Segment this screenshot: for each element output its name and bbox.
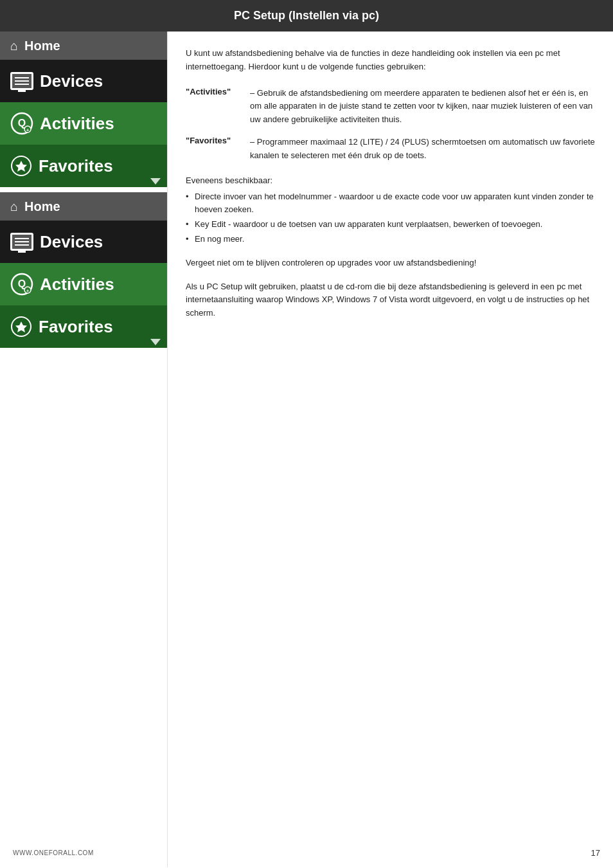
devices-icon-line bbox=[15, 77, 29, 78]
also-available-section: Eveneens beschikbaar: Directe invoer van… bbox=[186, 176, 595, 246]
favorites-icon-2 bbox=[10, 316, 32, 338]
definition-favorites: "Favorites" – Programmeer maximaal 12 (L… bbox=[186, 136, 595, 163]
content-intro: U kunt uw afstandsbediening behalve via … bbox=[186, 47, 595, 74]
definition-activities: "Activities" – Gebruik de afstandsbedien… bbox=[186, 87, 595, 127]
svg-text:Q: Q bbox=[18, 118, 26, 129]
devices-icon-lines bbox=[15, 77, 29, 85]
footer-page-number: 17 bbox=[591, 848, 600, 858]
devices-icon-lines-2 bbox=[15, 238, 29, 246]
svg-text:Q: Q bbox=[18, 278, 26, 289]
def-term-favorites: "Favorites" bbox=[186, 136, 250, 145]
sidebar-home-label-2: Home bbox=[24, 199, 60, 214]
list-item: Key Edit - waardoor u de toetsen van uw … bbox=[186, 218, 595, 231]
svg-text:+: + bbox=[26, 288, 30, 294]
sidebar: ⌂ Home Devices Q bbox=[0, 32, 167, 867]
page-footer: WWW.ONEFORALL.COM 17 bbox=[13, 848, 600, 858]
def-desc-favorites: – Programmeer maximaal 12 (LITE) / 24 (P… bbox=[250, 136, 595, 163]
sidebar-item-activities-2[interactable]: Q + Activities bbox=[0, 263, 167, 305]
sidebar-item-devices-1[interactable]: Devices bbox=[0, 60, 167, 102]
devices-icon-line-2 bbox=[15, 238, 29, 239]
scroll-down-arrow-1 bbox=[150, 178, 161, 185]
also-available-title: Eveneens beschikbaar: bbox=[186, 176, 595, 185]
sidebar-favorites-label-1: Favorites bbox=[39, 156, 113, 176]
main-content: U kunt uw afstandsbediening behalve via … bbox=[167, 32, 613, 867]
list-item: Directe invoer van het modelnummer - waa… bbox=[186, 190, 595, 217]
activities-icon: Q + bbox=[10, 112, 33, 135]
pc-setup-note: Als u PC Setup wilt gebruiken, plaatst u… bbox=[186, 280, 595, 320]
bullet-list: Directe invoer van het modelnummer - waa… bbox=[186, 190, 595, 246]
sidebar-activities-label-1: Activities bbox=[40, 114, 114, 134]
svg-text:+: + bbox=[26, 127, 30, 133]
page-header: PC Setup (Instellen via pc) bbox=[0, 0, 613, 32]
home-icon: ⌂ bbox=[10, 39, 18, 53]
sidebar-item-home-2[interactable]: ⌂ Home bbox=[0, 192, 167, 221]
devices-icon-line bbox=[15, 80, 29, 82]
sidebar-devices-label-1: Devices bbox=[40, 71, 103, 91]
def-term-activities: "Activities" bbox=[186, 87, 250, 96]
list-item: En nog meer. bbox=[186, 233, 595, 246]
sidebar-item-favorites-2[interactable]: Favorites bbox=[0, 305, 167, 348]
sidebar-item-devices-2[interactable]: Devices bbox=[0, 221, 167, 263]
sidebar-item-activities-1[interactable]: Q + Activities bbox=[0, 102, 167, 145]
sidebar-group-2: ⌂ Home Devices Q bbox=[0, 192, 167, 348]
sidebar-group-1: ⌂ Home Devices Q bbox=[0, 32, 167, 187]
devices-icon bbox=[10, 72, 33, 90]
devices-icon-line-2 bbox=[15, 244, 29, 246]
scroll-down-arrow-2 bbox=[150, 339, 161, 345]
sidebar-devices-label-2: Devices bbox=[40, 232, 103, 252]
devices-icon-line bbox=[15, 84, 29, 85]
def-desc-activities: – Gebruik de afstandsbediening om meerde… bbox=[250, 87, 595, 127]
sidebar-home-label-1: Home bbox=[24, 39, 60, 53]
sidebar-divider bbox=[0, 187, 167, 192]
footer-url: WWW.ONEFORALL.COM bbox=[13, 849, 94, 856]
sidebar-activities-label-2: Activities bbox=[40, 275, 114, 294]
sidebar-favorites-label-2: Favorites bbox=[39, 317, 113, 337]
upgrade-note: Vergeet niet om te blijven controleren o… bbox=[186, 257, 595, 270]
sidebar-item-favorites-1[interactable]: Favorites bbox=[0, 145, 167, 187]
devices-icon-line-2 bbox=[15, 241, 29, 242]
devices-icon-2 bbox=[10, 233, 33, 251]
page-title: PC Setup (Instellen via pc) bbox=[234, 9, 379, 22]
home-icon-2: ⌂ bbox=[10, 199, 18, 214]
sidebar-item-home-1[interactable]: ⌂ Home bbox=[0, 32, 167, 60]
activities-icon-2: Q + bbox=[10, 273, 33, 296]
favorites-icon bbox=[10, 155, 32, 177]
